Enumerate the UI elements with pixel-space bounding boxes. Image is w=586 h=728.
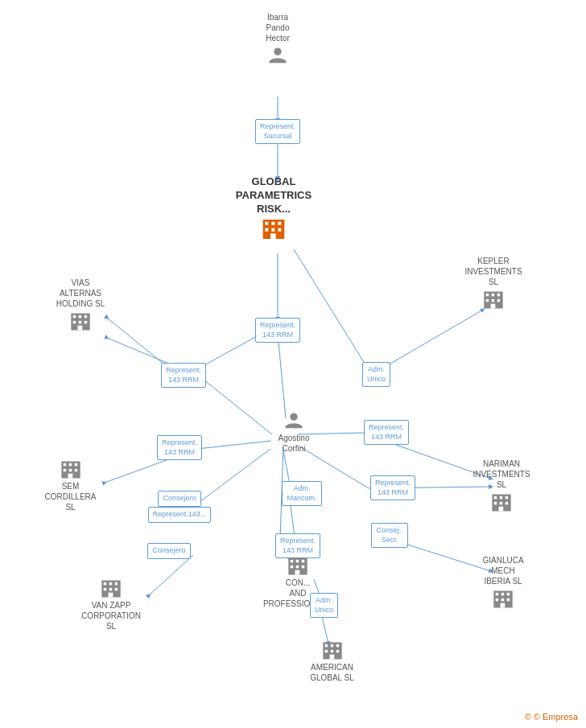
ibarra-label: Ibarra Pando Hector (266, 12, 289, 43)
svg-rect-55 (496, 598, 499, 602)
svg-rect-40 (497, 299, 501, 302)
svg-rect-41 (491, 304, 496, 309)
svg-rect-46 (506, 496, 509, 500)
svg-rect-85 (296, 560, 299, 563)
nariman-node: NARIMAN INVESTMENTS SL (465, 459, 538, 514)
represent-143-right1-node: Represent. 143 RRM (354, 420, 419, 445)
american-global-icon (321, 640, 344, 662)
svg-rect-87 (291, 566, 294, 569)
svg-rect-27 (265, 221, 268, 224)
ibarra-person-icon (266, 45, 289, 68)
represent-143-consejero-node: Represent.143... (147, 507, 212, 523)
svg-line-12 (283, 450, 290, 484)
adm-mancom-box: Adm. Mancom. (282, 481, 321, 506)
svg-rect-29 (278, 221, 281, 224)
svg-point-25 (274, 48, 281, 56)
svg-rect-63 (73, 321, 76, 324)
svg-rect-57 (507, 598, 510, 602)
svg-rect-74 (68, 474, 72, 479)
van-zapp-node: VAN ZAPP CORPORATION SL (71, 578, 151, 633)
svg-rect-66 (78, 326, 83, 331)
svg-rect-64 (79, 321, 82, 324)
svg-rect-68 (63, 463, 66, 467)
svg-rect-44 (494, 496, 497, 500)
svg-rect-96 (330, 650, 333, 653)
svg-rect-95 (324, 650, 328, 653)
kepler-node: KEPLER INVESTMENTS SL (457, 256, 530, 311)
con-professional-icon (287, 555, 309, 578)
svg-rect-80 (109, 588, 113, 591)
svg-rect-69 (68, 463, 72, 467)
represent-143-consejero-box: Represent.143... (148, 507, 212, 523)
global-parametrics-node: GLOBAL PARAMETRICS RISK... (229, 175, 318, 242)
svg-rect-92 (324, 644, 328, 648)
svg-rect-82 (109, 593, 113, 598)
svg-rect-71 (63, 469, 66, 472)
consejero1-node: Consejero (151, 491, 208, 507)
svg-rect-54 (507, 593, 510, 596)
svg-rect-79 (104, 588, 107, 591)
consej-secr-node: Consej.. Secr. (362, 523, 417, 548)
adm-unico-top-node: Adm. Unico (350, 362, 402, 387)
svg-line-22 (149, 555, 193, 595)
ibarra-node: Ibarra Pando Hector (246, 12, 310, 68)
agostino-label: Agostino Corfini (279, 433, 310, 454)
svg-rect-88 (296, 566, 299, 569)
adm-mancom-node: Adm. Mancom. (274, 481, 330, 506)
svg-rect-50 (499, 507, 504, 512)
svg-rect-36 (492, 294, 495, 297)
svg-rect-62 (85, 315, 88, 319)
svg-rect-65 (85, 321, 88, 324)
svg-rect-97 (336, 650, 339, 653)
svg-rect-84 (291, 560, 294, 563)
vias-alternas-label: VIAS ALTERNAS HOLDING SL (56, 278, 105, 309)
copyright: © © Empresa (525, 712, 578, 722)
van-zapp-label: VAN ZAPP CORPORATION SL (81, 600, 141, 631)
gianluca-label: GIANLUCA MECH IBERIA SL (482, 555, 523, 586)
svg-rect-98 (329, 655, 334, 660)
global-parametrics-label: GLOBAL PARAMETRICS RISK... (236, 175, 312, 216)
svg-rect-48 (500, 502, 503, 505)
gianluca-node: GIANLUCA MECH IBERIA SL (467, 555, 539, 611)
adm-unico-bottom-node: Adm. Unico (298, 593, 350, 618)
nariman-label: NARIMAN INVESTMENTS SL (473, 459, 530, 490)
svg-rect-72 (68, 469, 72, 472)
svg-rect-86 (302, 560, 305, 563)
represent-143-right2-node: Represent. 143 RRM (361, 475, 425, 500)
represent-143-right1-box: Represent. 143 RRM (364, 420, 409, 445)
represent-143-top-box: Represent. 143 RRM (255, 318, 300, 343)
svg-rect-32 (278, 228, 281, 231)
svg-rect-31 (271, 228, 274, 231)
svg-rect-81 (115, 588, 118, 591)
svg-rect-76 (104, 582, 107, 586)
adm-unico-top-box: Adm. Unico (362, 362, 390, 387)
consejero2-node: Consejero (141, 543, 197, 559)
represent-sucursal-box: Represent. Sucursal (255, 119, 300, 144)
svg-point-42 (290, 413, 297, 421)
svg-rect-53 (501, 593, 505, 596)
svg-rect-94 (336, 644, 339, 648)
represent-143-left-box: Represent. 143 RRM (161, 363, 206, 388)
diagram: Ibarra Pando Hector Represent. Sucursal … (0, 0, 586, 728)
svg-line-7 (278, 334, 286, 418)
gianluca-icon (492, 588, 514, 611)
svg-rect-52 (496, 593, 499, 596)
sem-cordillera-node: SEM CORDILLERA SL (32, 459, 109, 514)
consejero2-box: Consejero (147, 543, 190, 559)
svg-rect-77 (109, 582, 113, 586)
represent-143-top-node: Represent. 143 RRM (246, 318, 310, 343)
consej-secr-box: Consej.. Secr. (371, 523, 407, 548)
consejero1-box: Consejero (158, 491, 200, 507)
american-global-node: AMERICAN GLOBAL SL (294, 640, 370, 685)
svg-rect-30 (265, 228, 268, 231)
global-parametrics-icon (261, 216, 287, 242)
kepler-label: KEPLER INVESTMENTS SL (464, 256, 522, 287)
svg-rect-58 (501, 603, 506, 608)
vias-alternas-node: VIAS ALTERNAS HOLDING SL (40, 278, 121, 333)
copyright-text: © Empresa (534, 712, 578, 722)
svg-rect-47 (494, 502, 497, 505)
sem-cordillera-label: SEM CORDILLERA SL (45, 481, 97, 512)
sem-cordillera-icon (60, 459, 82, 481)
adm-unico-bottom-box: Adm. Unico (310, 593, 338, 618)
svg-rect-70 (74, 463, 77, 467)
